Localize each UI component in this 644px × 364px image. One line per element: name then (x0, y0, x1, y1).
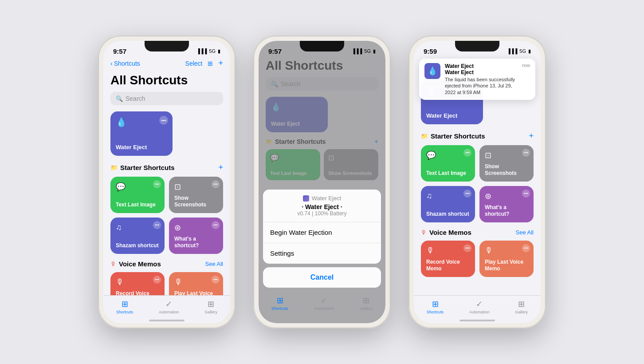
text-label: Text Last Image (116, 202, 159, 208)
record-menu-3[interactable]: ••• (463, 244, 471, 252)
screen-3: 💧 Water Eject Water Eject The liquid has… (414, 41, 541, 323)
automation-tab-label-1: Automation (159, 310, 179, 314)
play-memo-card[interactable]: 🎙 ••• Play Last Voice Memo (169, 272, 223, 295)
gallery-tab-label-3: Gallery (515, 310, 528, 314)
record-label-3: Record Voice Memo (426, 259, 470, 272)
phones-container: 9:57 ▐▐▐ 5G ▮ ‹ Shortcuts Select ⊞ + All… (80, 18, 564, 346)
action-subtitle: v0.74 | 100% Battery (270, 210, 374, 217)
shazam-menu-3[interactable]: ••• (463, 190, 471, 198)
wifi-label-3: 5G (519, 48, 526, 54)
signal-icon: ▐▐▐ (196, 48, 207, 54)
notif-subtitle: Water Eject (445, 69, 518, 75)
whats-label: What's a shortcut? (174, 236, 218, 249)
folder-icon-3: 📁 (421, 133, 428, 139)
folder-icon-1: 📁 (110, 164, 118, 171)
water-eject-card[interactable]: 💧 ••• Water Eject (110, 111, 173, 156)
notif-time: now (522, 63, 530, 68)
text-last-image-3[interactable]: 💬 ••• Text Last Image (421, 145, 475, 182)
action-sheet-overlay[interactable]: Water Eject · Water Eject · v0.74 | 100%… (259, 41, 385, 323)
tab-automation-1[interactable]: ✓ Automation (159, 299, 179, 314)
record-memo-3[interactable]: 🎙 ••• Record Voice Memo (421, 241, 475, 277)
search-placeholder-1: Search (126, 95, 145, 102)
whats-menu[interactable]: ••• (212, 221, 220, 229)
settings-item[interactable]: Settings (263, 243, 381, 264)
record-memo-card[interactable]: 🎙 ••• Record Voice Memo (110, 272, 165, 295)
starter-title-group-1: 📁 Starter Shortcuts (110, 164, 175, 171)
shazam-menu[interactable]: ••• (153, 221, 161, 229)
wifi-label: 5G (209, 48, 216, 54)
text-last-image-card[interactable]: 💬 ••• Text Last Image (110, 177, 165, 213)
add-shortcut-button[interactable]: + (218, 59, 223, 68)
status-time-1: 9:57 (113, 47, 126, 55)
shazam-card-3[interactable]: ♫ ••• Shazam shortcut (421, 186, 475, 222)
tab-gallery-2[interactable]: ⊞ Gallery (360, 296, 373, 311)
whats-menu-3[interactable]: ••• (522, 190, 530, 198)
show-screenshots-3[interactable]: ⊡ ••• Show Screenshots (479, 145, 534, 182)
tab-shortcuts-3[interactable]: ⊞ Shortcuts (427, 299, 444, 314)
shazam-card[interactable]: ♫ ••• Shazam shortcut (110, 218, 165, 254)
status-icons-1: ▐▐▐ 5G ▮ (196, 48, 220, 54)
home-indicator-3 (459, 320, 495, 321)
bottom-tabs-3: ⊞ Shortcuts ✓ Automation ⊞ Gallery (414, 295, 541, 320)
screen-1: 9:57 ▐▐▐ 5G ▮ ‹ Shortcuts Select ⊞ + All… (103, 41, 230, 323)
notif-title: Water Eject (445, 63, 518, 69)
cancel-button[interactable]: Cancel (263, 267, 381, 288)
voice-section-header-1: 🎙 Voice Memos See All (110, 260, 223, 268)
shortcuts-tab-label-1: Shortcuts (116, 310, 133, 314)
automation-tab-label-3: Automation (469, 310, 490, 314)
scroll-content-3: 💧 Water Eject 📁 Starter Shortcuts + 💬 ••… (414, 80, 541, 295)
screenshots-menu[interactable]: ••• (212, 180, 220, 188)
whats-shortcut-card[interactable]: ⊛ ••• What's a shortcut? (169, 218, 223, 254)
notif-app-icon: 💧 (424, 63, 440, 79)
automation-tab-label-2: Automation (314, 306, 334, 311)
voice-see-all-1[interactable]: See All (205, 261, 223, 267)
phone-2: 9:57 ▐▐▐ 5G ▮ All Shortcuts 🔍 Search 💧 W… (253, 36, 391, 328)
voice-grid-3: 🎙 ••• Record Voice Memo 🎙 ••• Play Last … (421, 241, 534, 277)
voice-see-all-3[interactable]: See All (516, 229, 534, 236)
shortcuts-tab-icon-3: ⊞ (432, 299, 439, 309)
text-menu[interactable]: ••• (153, 180, 161, 188)
voice-title-group-1: 🎙 Voice Memos (110, 260, 161, 268)
shortcuts-tab-label-3: Shortcuts (427, 310, 444, 314)
notification-banner[interactable]: 💧 Water Eject Water Eject The liquid has… (419, 59, 535, 100)
screenshots-label-3: Show Screenshots (485, 163, 528, 176)
status-icons-3: ▐▐▐ 5G ▮ (507, 48, 531, 54)
play-label-3: Play Last Voice Memo (485, 259, 528, 272)
whats-shortcut-3[interactable]: ⊛ ••• What's a shortcut? (479, 186, 534, 222)
tab-gallery-3[interactable]: ⊞ Gallery (515, 299, 528, 314)
shortcuts-tab-icon-1: ⊞ (122, 299, 128, 309)
show-screenshots-card[interactable]: ⊡ ••• Show Screenshots (169, 177, 223, 213)
voice-section-title-1: Voice Memos (119, 260, 161, 268)
water-eject-menu[interactable]: ••• (159, 116, 168, 125)
action-app-name: Water Eject (312, 195, 342, 202)
tab-gallery-1[interactable]: ⊞ Gallery (204, 299, 217, 314)
record-menu[interactable]: ••• (153, 276, 161, 284)
begin-water-ejection-item[interactable]: Begin Water Ejection (263, 222, 381, 243)
home-indicator-1 (149, 320, 185, 321)
play-menu[interactable]: ••• (212, 276, 220, 284)
search-icon-1: 🔍 (116, 95, 123, 102)
tab-shortcuts-2[interactable]: ⊞ Shortcuts (271, 296, 288, 311)
phone-1: 9:57 ▐▐▐ 5G ▮ ‹ Shortcuts Select ⊞ + All… (98, 36, 236, 328)
tab-shortcuts-1[interactable]: ⊞ Shortcuts (116, 299, 133, 314)
tab-automation-3[interactable]: ✓ Automation (469, 299, 490, 314)
play-label: Play Last Voice Memo (174, 290, 218, 295)
play-menu-3[interactable]: ••• (522, 244, 530, 252)
starter-grid-3: 💬 ••• Text Last Image ⊡ ••• Show Screens… (421, 145, 534, 222)
voice-icon-1: 🎙 (110, 261, 116, 267)
shazam-label: Shazam shortcut (116, 242, 159, 249)
tab-automation-2[interactable]: ✓ Automation (314, 296, 334, 311)
whats-label-3: What's a shortcut? (485, 204, 528, 217)
play-memo-3[interactable]: 🎙 ••• Play Last Voice Memo (479, 241, 534, 277)
search-bar-1[interactable]: 🔍 Search (110, 92, 223, 105)
text-menu-3[interactable]: ••• (463, 149, 471, 157)
screenshots-menu-3[interactable]: ••• (522, 149, 530, 157)
status-time-3: 9:59 (424, 47, 437, 55)
grid-icon[interactable]: ⊞ (208, 60, 213, 67)
starter-add-1[interactable]: + (218, 163, 223, 172)
nav-back-1[interactable]: ‹ Shortcuts (110, 60, 140, 67)
voice-title-group-3: 🎙 Voice Memos (421, 229, 471, 236)
battery-icon: ▮ (218, 48, 220, 54)
select-button[interactable]: Select (185, 60, 203, 67)
starter-add-3[interactable]: + (529, 131, 534, 141)
